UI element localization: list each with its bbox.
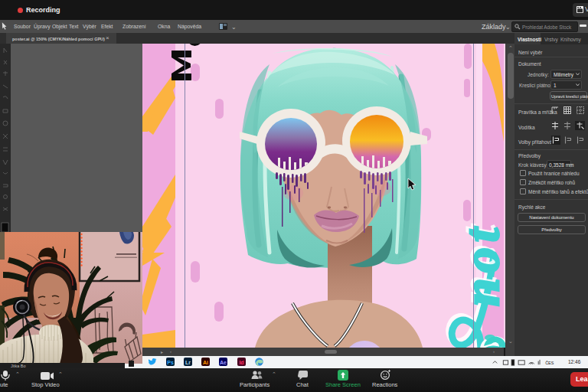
svg-text:Id: Id (239, 360, 243, 365)
svg-text:ČES: ČES (545, 361, 554, 365)
svg-text:Lr: Lr (185, 360, 191, 365)
svg-text:Ai: Ai (203, 360, 208, 365)
svg-text:not: not (453, 223, 505, 306)
svg-text:Ps: Ps (167, 360, 174, 365)
svg-text:Ae: Ae (220, 360, 227, 365)
